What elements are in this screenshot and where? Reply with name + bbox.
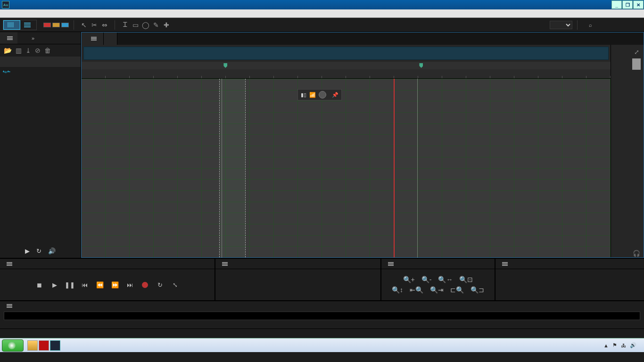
play-button[interactable]: ▶ — [50, 280, 59, 289]
loop-button[interactable]: ↻ — [156, 280, 165, 289]
marker-line — [222, 79, 222, 257]
overview-waveform[interactable] — [83, 47, 609, 60]
file-item[interactable] — [0, 67, 81, 77]
marker[interactable] — [222, 62, 231, 69]
zoom-reset-icon[interactable]: ⤢ — [632, 48, 641, 56]
panel-overflow-button[interactable]: » — [27, 32, 39, 44]
panel-menu-icon[interactable] — [91, 38, 97, 39]
panel-menu-icon[interactable] — [502, 263, 508, 264]
panel-menu-icon[interactable] — [388, 263, 394, 264]
marker[interactable] — [417, 62, 426, 69]
skip-selection-button[interactable]: ⤡ — [171, 280, 180, 289]
left-column: » 📂 ▥ ⤓ ⊘ 🗑 ▶ ↻ 🔊 — [0, 32, 81, 258]
marker-line — [417, 79, 418, 257]
palette-blue[interactable] — [61, 23, 69, 27]
panel-menu-icon[interactable] — [7, 305, 12, 306]
zoom-in-vert-icon[interactable]: 🔍↕ — [392, 286, 403, 294]
effects-rack-tab[interactable] — [17, 32, 27, 44]
palette-red[interactable] — [43, 23, 51, 27]
levels-panel — [0, 300, 644, 329]
ql-audition-icon[interactable] — [50, 340, 60, 351]
headphones-icon[interactable]: 🎧 — [632, 249, 641, 257]
marker-row[interactable] — [82, 62, 611, 69]
tray-flag-icon[interactable]: ⚑ — [612, 342, 617, 348]
bottom-panels: ◼ ▶ ❚❚ ⏮ ⏪ ⏩ ⏭ ↻ ⤡ 🔍+ 🔍- 🔍↔ 🔍⊡ 🔍↕ — [0, 258, 644, 300]
files-list — [0, 67, 81, 244]
zoom-sel-out-icon[interactable]: 🔍⊐ — [471, 286, 484, 294]
playhead[interactable] — [394, 79, 395, 257]
delete-icon[interactable]: 🗑 — [44, 47, 51, 54]
files-panel-tab[interactable] — [0, 32, 17, 44]
zoom-in-icon[interactable]: 🔍+ — [403, 276, 415, 283]
minimize-button[interactable]: _ — [611, 0, 622, 9]
view-start[interactable] — [534, 273, 570, 274]
time-selection-tool[interactable]: Ꮖ — [120, 20, 130, 30]
workspace-select[interactable] — [550, 21, 572, 29]
zoom-in-point-icon[interactable]: ⇤🔍 — [410, 286, 423, 294]
tray-volume-icon[interactable]: 🔊 — [630, 342, 636, 348]
divider — [115, 20, 115, 30]
zoom-out-icon[interactable]: 🔍- — [421, 276, 432, 283]
amplitude-scale[interactable] — [611, 45, 629, 257]
view-end[interactable] — [570, 273, 606, 274]
open-file-icon[interactable]: 📂 — [4, 47, 12, 54]
waveform-file-icon — [3, 70, 10, 74]
import-icon[interactable]: ⤓ — [25, 47, 31, 54]
close-button[interactable]: ✕ — [633, 0, 644, 9]
ql-explorer-icon[interactable] — [27, 340, 38, 351]
zoom-sel-in-icon[interactable]: ⊏🔍 — [450, 286, 464, 294]
preview-loop-icon[interactable]: ↻ — [36, 247, 41, 255]
razor-tool[interactable]: ✂ — [89, 20, 99, 30]
preview-transport: ▶ ↻ 🔊 — [0, 244, 81, 258]
skip-forward-button[interactable]: ⏭ — [126, 280, 134, 289]
stop-button[interactable]: ◼ — [35, 280, 44, 289]
volume-knob[interactable] — [319, 91, 326, 99]
heal-tool[interactable]: ✚ — [161, 20, 172, 30]
zoom-out-point-icon[interactable]: 🔍⇥ — [430, 286, 444, 294]
panel-menu-icon[interactable] — [7, 263, 12, 264]
hud-level-icon: 📶 — [309, 92, 316, 98]
close-file-icon[interactable]: ⊘ — [35, 47, 41, 54]
pin-icon[interactable]: 📌 — [332, 92, 339, 98]
search-input[interactable] — [594, 22, 636, 28]
lasso-tool[interactable]: ◯ — [140, 20, 151, 30]
rewind-button[interactable]: ⏪ — [96, 280, 104, 289]
view-dur[interactable] — [605, 273, 641, 274]
maximize-button[interactable]: ❐ — [622, 0, 633, 9]
editor-tab[interactable] — [82, 33, 104, 45]
tray-network-icon[interactable]: 🖧 — [621, 343, 626, 348]
files-column-header[interactable] — [0, 57, 81, 67]
panel-menu-icon[interactable] — [632, 60, 641, 68]
preview-autoplay-icon[interactable]: 🔊 — [48, 247, 56, 255]
level-meter[interactable] — [4, 312, 640, 320]
skip-back-button[interactable]: ⏮ — [81, 280, 89, 289]
multitrack-view-button[interactable] — [20, 20, 36, 30]
start-button[interactable] — [2, 339, 24, 352]
preview-play-icon[interactable]: ▶ — [25, 247, 30, 255]
slip-tool[interactable]: ⇔ — [99, 20, 110, 30]
record-button[interactable] — [141, 280, 149, 289]
selection-view-table — [498, 271, 641, 274]
waveform-display[interactable]: ▮▯ 📶 📌 — [82, 79, 611, 257]
marquee-tool[interactable]: ▭ — [130, 20, 140, 30]
zoom-full-icon[interactable]: 🔍↔ — [438, 276, 453, 283]
selection-range[interactable] — [219, 79, 246, 257]
time-ruler[interactable] — [82, 69, 611, 79]
divider — [577, 20, 578, 30]
panel-menu-icon[interactable] — [7, 38, 13, 39]
pause-button[interactable]: ❚❚ — [66, 280, 74, 289]
palette-orange[interactable] — [52, 23, 60, 27]
ql-adobe-icon[interactable] — [39, 340, 49, 351]
fast-forward-button[interactable]: ⏩ — [111, 280, 119, 289]
zoom-selection-icon[interactable]: 🔍⊡ — [459, 276, 473, 283]
brush-tool[interactable]: ✎ — [151, 20, 161, 30]
toolbar: ↖ ✂ ⇔ Ꮖ ▭ ◯ ✎ ✚ ⌕ — [0, 18, 644, 32]
waveform-view-button[interactable] — [3, 20, 20, 30]
volume-hud[interactable]: ▮▯ 📶 📌 — [297, 89, 342, 100]
tray-up-icon[interactable]: ▲ — [603, 343, 609, 348]
new-file-icon[interactable]: ▥ — [16, 47, 22, 54]
panel-menu-icon[interactable] — [222, 263, 228, 264]
editor-column: ▮▯ 📶 📌 ⤢ 🎧 — [81, 32, 644, 258]
mixer-tab[interactable] — [104, 33, 117, 45]
move-tool[interactable]: ↖ — [79, 20, 89, 30]
